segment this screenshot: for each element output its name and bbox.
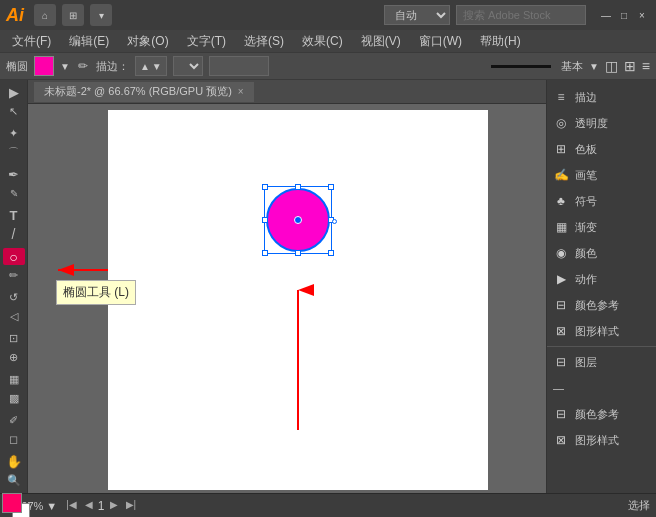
panel-layout-icon[interactable]: ⊞ bbox=[62, 4, 84, 26]
menu-window[interactable]: 窗口(W) bbox=[411, 31, 470, 52]
center-point bbox=[294, 216, 302, 224]
document-tab[interactable]: 未标题-2* @ 66.67% (RGB/GPU 预览) × bbox=[34, 82, 254, 102]
handle-bl[interactable] bbox=[262, 250, 268, 256]
warp-tool-button[interactable]: ⊕ bbox=[3, 349, 25, 366]
stroke-up-icon[interactable]: ▲ bbox=[140, 61, 150, 72]
left-toolbar: ▶ ↖ ✦ ⌒ ✒ ✎ T / ○ ✏ ↺ ◁ ⊡ ⊕ ▦ ▩ ✐ ◻ ✋ 🔍 bbox=[0, 80, 28, 493]
artboard bbox=[108, 110, 488, 490]
menu-view[interactable]: 视图(V) bbox=[353, 31, 409, 52]
graph-tool-button[interactable]: ▦ bbox=[3, 371, 25, 388]
menu-effect[interactable]: 效果(C) bbox=[294, 31, 351, 52]
minimize-button[interactable]: — bbox=[598, 7, 614, 23]
fill-color-swatch[interactable] bbox=[34, 56, 54, 76]
right-panel: ≡ 描边 ◎ 透明度 ⊞ 色板 ✍ 画笔 ♣ 符号 ▦ 渐变 ◉ 颜色 ▶ 动作 bbox=[546, 80, 656, 493]
page-number: 1 bbox=[98, 499, 105, 513]
handle-bc[interactable] bbox=[295, 250, 301, 256]
panel-item-transparency[interactable]: ◎ 透明度 bbox=[547, 110, 656, 136]
brushes-panel-label: 画笔 bbox=[575, 168, 597, 183]
transform-icon[interactable]: ⊞ bbox=[624, 58, 636, 74]
scale-tool-button[interactable]: ⊡ bbox=[3, 330, 25, 347]
color-panel-label: 颜色 bbox=[575, 246, 597, 261]
panel-dropdown-icon[interactable]: ▾ bbox=[90, 4, 112, 26]
menu-edit[interactable]: 编辑(E) bbox=[61, 31, 117, 52]
color-guide-panel-icon: ⊟ bbox=[553, 297, 569, 313]
menu-text[interactable]: 文字(T) bbox=[179, 31, 234, 52]
panel-icon[interactable]: ≡ bbox=[642, 58, 650, 74]
panel-item-layers[interactable]: ⊟ 图层 bbox=[547, 349, 656, 375]
stroke-style-dropdown[interactable] bbox=[173, 56, 203, 76]
selection-tool-button[interactable]: ▶ bbox=[3, 84, 25, 101]
canvas-area[interactable]: 未标题-2* @ 66.67% (RGB/GPU 预览) × bbox=[28, 80, 546, 493]
graphic-styles-panel-label: 图形样式 bbox=[575, 324, 619, 339]
color-guide2-label: 颜色参考 bbox=[575, 407, 619, 422]
panel-item-stroke[interactable]: ≡ 描边 bbox=[547, 84, 656, 110]
direct-selection-tool-button[interactable]: ↖ bbox=[3, 102, 25, 119]
zoom-tool-button[interactable]: 🔍 bbox=[3, 472, 25, 489]
foreground-color-swatch[interactable] bbox=[2, 493, 22, 513]
text-tool-button[interactable]: T bbox=[3, 207, 25, 224]
panel-item-color-guide2[interactable]: ⊟ 颜色参考 bbox=[547, 401, 656, 427]
close-button[interactable]: × bbox=[634, 7, 650, 23]
panel-item-gradient[interactable]: ▦ 渐变 bbox=[547, 214, 656, 240]
gradient-panel-icon: ▦ bbox=[553, 219, 569, 235]
rotate-tool-button[interactable]: ↺ bbox=[3, 289, 25, 306]
opacity-input[interactable] bbox=[209, 56, 269, 76]
handle-ml[interactable] bbox=[262, 217, 268, 223]
eraser-tool-button[interactable]: ◻ bbox=[3, 431, 25, 448]
dash-label: — bbox=[553, 382, 564, 394]
maximize-button[interactable]: □ bbox=[616, 7, 632, 23]
stroke-input[interactable]: ▲ ▼ bbox=[135, 56, 167, 76]
fill-dropdown-icon[interactable]: ▼ bbox=[60, 61, 70, 72]
pencil-tool-button[interactable]: ✐ bbox=[3, 412, 25, 429]
menu-file[interactable]: 文件(F) bbox=[4, 31, 59, 52]
handle-tl[interactable] bbox=[262, 184, 268, 190]
stroke-down-icon[interactable]: ▼ bbox=[152, 61, 162, 72]
shape-type-label: 椭圆 bbox=[6, 59, 28, 74]
hand-tool-button[interactable]: ✋ bbox=[3, 453, 25, 470]
style-dropdown-icon[interactable]: ▼ bbox=[589, 61, 599, 72]
next-page-button[interactable]: ▶ bbox=[107, 499, 121, 513]
pen-tool-button[interactable]: ✒ bbox=[3, 166, 25, 183]
line-tool-button[interactable]: / bbox=[3, 225, 25, 242]
title-bar: Ai ⌂ ⊞ ▾ 自动 — □ × bbox=[0, 0, 656, 30]
panel-item-symbols[interactable]: ♣ 符号 bbox=[547, 188, 656, 214]
lasso-tool-button[interactable]: ⌒ bbox=[3, 143, 25, 160]
panel-item-swatches[interactable]: ⊞ 色板 bbox=[547, 136, 656, 162]
handle-tc[interactable] bbox=[295, 184, 301, 190]
last-page-button[interactable]: ▶| bbox=[123, 499, 140, 513]
graphic-styles-panel-icon: ⊠ bbox=[553, 323, 569, 339]
color-panel-icon: ◉ bbox=[553, 245, 569, 261]
add-anchor-tool-button[interactable]: ✎ bbox=[3, 184, 25, 201]
column-graph-tool-button[interactable]: ▩ bbox=[3, 390, 25, 407]
stroke-panel-icon: ≡ bbox=[553, 89, 569, 105]
panel-item-graphic-styles2[interactable]: ⊠ 图形样式 bbox=[547, 427, 656, 453]
menu-select[interactable]: 选择(S) bbox=[236, 31, 292, 52]
transparency-panel-label: 透明度 bbox=[575, 116, 608, 131]
ellipse-tool-button[interactable]: ○ bbox=[3, 248, 25, 265]
panel-item-actions[interactable]: ▶ 动作 bbox=[547, 266, 656, 292]
stock-search-input[interactable] bbox=[456, 5, 586, 25]
menu-object[interactable]: 对象(O) bbox=[119, 31, 176, 52]
panel-item-brushes[interactable]: ✍ 画笔 bbox=[547, 162, 656, 188]
home-icon[interactable]: ⌂ bbox=[34, 4, 56, 26]
paintbrush-tool-button[interactable]: ✏ bbox=[3, 266, 25, 283]
align-icon[interactable]: ◫ bbox=[605, 58, 618, 74]
first-page-button[interactable]: |◀ bbox=[63, 499, 80, 513]
panel-item-color[interactable]: ◉ 颜色 bbox=[547, 240, 656, 266]
panel-item-color-guide[interactable]: ⊟ 颜色参考 bbox=[547, 292, 656, 318]
brushes-panel-icon: ✍ bbox=[553, 167, 569, 183]
menu-help[interactable]: 帮助(H) bbox=[472, 31, 529, 52]
tab-close-button[interactable]: × bbox=[238, 86, 244, 97]
menu-bar: 文件(F) 编辑(E) 对象(O) 文字(T) 选择(S) 效果(C) 视图(V… bbox=[0, 30, 656, 52]
handle-tr[interactable] bbox=[328, 184, 334, 190]
right-path-handle[interactable] bbox=[332, 219, 337, 224]
handle-br[interactable] bbox=[328, 250, 334, 256]
brush-icon[interactable]: ✏ bbox=[78, 59, 88, 73]
mirror-tool-button[interactable]: ◁ bbox=[3, 308, 25, 325]
zoom-dropdown-icon[interactable]: ▼ bbox=[46, 500, 57, 512]
magic-wand-tool-button[interactable]: ✦ bbox=[3, 125, 25, 142]
panel-item-graphic-styles[interactable]: ⊠ 图形样式 bbox=[547, 318, 656, 344]
prev-page-button[interactable]: ◀ bbox=[82, 499, 96, 513]
mode-dropdown[interactable]: 自动 bbox=[384, 5, 450, 25]
swatches-panel-icon: ⊞ bbox=[553, 141, 569, 157]
